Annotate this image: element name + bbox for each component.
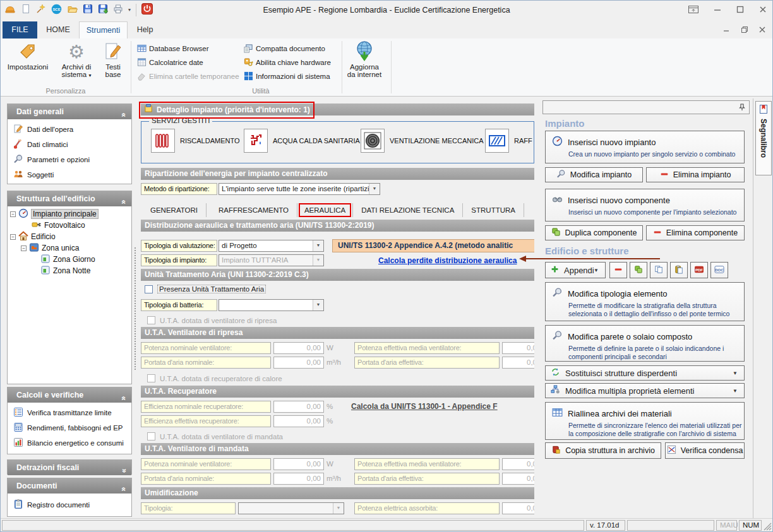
sidebar-splitter[interactable]: [134, 247, 137, 370]
sidebar-item-rendimenti[interactable]: Rendimenti, fabbisogni ed EP: [8, 420, 131, 435]
mdi-close-button[interactable]: [758, 26, 766, 35]
tipologia-valutazione-combo[interactable]: di Progetto▼: [219, 240, 324, 252]
tree-node-edificio[interactable]: − Edificio: [10, 231, 131, 242]
inserisci-componente-title: Inserisci nuovo componente: [568, 196, 670, 205]
tree-node-impianto-principale[interactable]: − Impianto principale: [10, 208, 131, 220]
informazioni-sistema-button[interactable]: Informazioni di sistema: [244, 70, 330, 83]
inserisci-impianto-title: Inserisci nuovo impianto: [568, 138, 656, 147]
tab-raffrescamento[interactable]: RAFFRESCAMENTO: [210, 203, 297, 217]
detrazioni-header[interactable]: Detrazioni fiscali«: [8, 460, 131, 475]
modifica-parete-button[interactable]: Modifica parete o solaio composto Permet…: [545, 325, 745, 362]
inserisci-impianto-subtitle: Crea un nuovo impianto per singolo servi…: [568, 150, 744, 158]
archivi-di-sistema-button[interactable]: ⚙ Archivi disistema ▾: [54, 40, 99, 78]
ribbon-collapse-button[interactable]: [688, 4, 699, 16]
mdi-minimize-button[interactable]: [723, 26, 731, 35]
metodo-ripartizione-combo[interactable]: L'impianto serve tutte le zone inserite …: [219, 183, 380, 195]
zona-giorno-label: Zona Giorno: [53, 255, 95, 264]
inserisci-impianto-button[interactable]: Inserisci nuovo impianto Crea un nuovo i…: [545, 131, 745, 163]
copia-struttura-button[interactable]: Copia struttura in archivio: [545, 442, 661, 459]
tab-aeraulica[interactable]: AERAULICA: [299, 203, 351, 217]
calcola-uni-link[interactable]: Calcola da UNI/TS 11300-1 - Appendice F: [351, 402, 498, 411]
minimize-button[interactable]: [713, 5, 722, 16]
esporta-pdf-button[interactable]: PDF: [690, 262, 708, 278]
modifica-tipologia-button[interactable]: Modifica tipologia elemento Permette di …: [545, 282, 745, 321]
sidebar-item-verifica-trasmittanze[interactable]: Verifica trasmittanze limite: [8, 405, 131, 420]
pin-icon[interactable]: [738, 103, 746, 114]
table-icon: [552, 407, 563, 420]
maximize-button[interactable]: [736, 5, 745, 16]
sidebar-item-soggetti[interactable]: Soggetti: [8, 167, 131, 182]
copia-button[interactable]: [650, 262, 668, 278]
database-browser-button[interactable]: Database Browser: [137, 42, 209, 55]
modifica-multipla-button[interactable]: Modifica multipla proprietà elementi ▼: [545, 383, 745, 398]
mdi-restore-button[interactable]: [741, 26, 748, 35]
minus-icon: [653, 228, 662, 239]
tab-generatori[interactable]: GENERATORI: [142, 203, 206, 217]
tab-file[interactable]: FILE: [3, 21, 37, 38]
duplica-elemento-button[interactable]: [630, 262, 647, 278]
plus-icon: [551, 265, 559, 275]
tab-strumenti[interactable]: Strumenti: [79, 21, 128, 38]
efficienza-nominale-value: 0,00: [273, 401, 324, 413]
annotation-arrow-head: [519, 256, 526, 262]
tree-node-fotovoltaico[interactable]: Fotovoltaico: [10, 220, 131, 231]
elimina-impianto-label: Elimina impianto: [673, 170, 731, 179]
sidebar-item-registro[interactable]: Registro documenti: [8, 497, 131, 512]
elimina-componente-button[interactable]: Elimina componente: [646, 225, 745, 240]
tab-help[interactable]: Help: [128, 21, 162, 38]
tree-node-zona-giorno[interactable]: Zona Giorno: [10, 254, 131, 265]
compatta-documento-button[interactable]: Compatta documento: [244, 42, 325, 55]
tab-dati-relazione[interactable]: DATI RELAZIONE TECNICA: [353, 203, 462, 217]
riallinea-archivi-button[interactable]: Riallinea archivi dei materiali Permette…: [545, 402, 745, 440]
parametri-label: Parametri e opzioni: [27, 156, 90, 163]
calcoli-title: Calcoli e verifiche: [16, 391, 83, 399]
incolla-button[interactable]: [670, 262, 688, 278]
impostazioni-button[interactable]: Impostazioni: [6, 40, 50, 71]
testi-base-button[interactable]: Testi base: [99, 40, 128, 78]
ventilazione-label: VENTILAZIONE MECCANICA: [390, 137, 484, 145]
sidebar-item-dati-climatici[interactable]: Dati climatici: [8, 137, 131, 152]
tipologia-batteria-combo[interactable]: ▼: [219, 299, 324, 311]
dati-generali-header[interactable]: Dati generali«: [8, 104, 131, 119]
esporta-doc-button[interactable]: DOC: [710, 262, 728, 278]
aggiorna-internet-button[interactable]: Aggiornada internet: [345, 40, 384, 78]
collapse-expander[interactable]: −: [10, 211, 16, 217]
resize-grip[interactable]: [763, 522, 772, 531]
calcolatrice-date-button[interactable]: Calcolatrice date: [137, 56, 203, 69]
tree-node-zona-unica[interactable]: − Zona unica: [10, 242, 131, 254]
elimina-elemento-button[interactable]: [609, 262, 627, 278]
clipboard-icon: [13, 499, 23, 511]
collapse-expander[interactable]: −: [21, 245, 27, 251]
elimina-cartelle-button: Elimina cartelle temporanee: [137, 70, 239, 83]
tab-struttura[interactable]: STRUTTURA: [463, 203, 524, 217]
wrench-icon: [552, 330, 563, 343]
dati-climatici-label: Dati climatici: [27, 141, 68, 148]
presenza-uta-checkbox[interactable]: Presenza Unità Trattamento Aria: [145, 285, 266, 293]
sostituisci-strutture-button[interactable]: Sostituisci strutture disperdenti ▼: [545, 365, 745, 381]
sidebar-item-parametri[interactable]: Parametri e opzioni: [8, 152, 131, 167]
sidebar-item-dati-opera[interactable]: Dati dell'opera: [8, 122, 131, 137]
checkbox-icon[interactable]: [145, 285, 153, 293]
table-icon: [137, 44, 147, 54]
windows-logo-icon: [244, 71, 253, 82]
modifica-impianto-button[interactable]: Modifica impianto: [545, 167, 643, 182]
struttura-header[interactable]: Struttura dell'edificio«: [8, 191, 131, 206]
tab-home[interactable]: HOME: [37, 21, 79, 38]
segnalibro-tab[interactable]: Segnalibro: [755, 101, 772, 175]
close-button[interactable]: [758, 5, 767, 16]
inserisci-componente-button[interactable]: Inserisci nuovo componente Inserisci un …: [545, 189, 745, 222]
combo-arrow-icon[interactable]: ▼: [369, 184, 380, 194]
calcola-perdite-link[interactable]: Calcola perdite distribuzione aeraulica: [378, 256, 517, 265]
abilita-chiave-button[interactable]: Abilita chiave hardware: [244, 56, 331, 69]
calcoli-header[interactable]: Calcoli e verifiche«: [8, 387, 131, 403]
documenti-header[interactable]: Documenti«: [8, 478, 131, 494]
modifica-tipologia-subtitle: Permette di modificare la stratigrafia d…: [568, 302, 744, 318]
checkbox-icon: [147, 432, 155, 440]
verifica-condensa-button[interactable]: Verifica condensa: [665, 442, 745, 459]
collapse-expander[interactable]: −: [10, 234, 16, 240]
elimina-impianto-button[interactable]: Elimina impianto: [646, 167, 745, 182]
sidebar-item-bilancio[interactable]: Bilancio energetico e consumi: [8, 435, 131, 451]
duplica-componente-button[interactable]: Duplica componente: [545, 225, 643, 240]
appendi-button[interactable]: Appendi ▼: [545, 262, 606, 278]
tree-node-zona-notte[interactable]: Zona Notte: [10, 265, 131, 276]
